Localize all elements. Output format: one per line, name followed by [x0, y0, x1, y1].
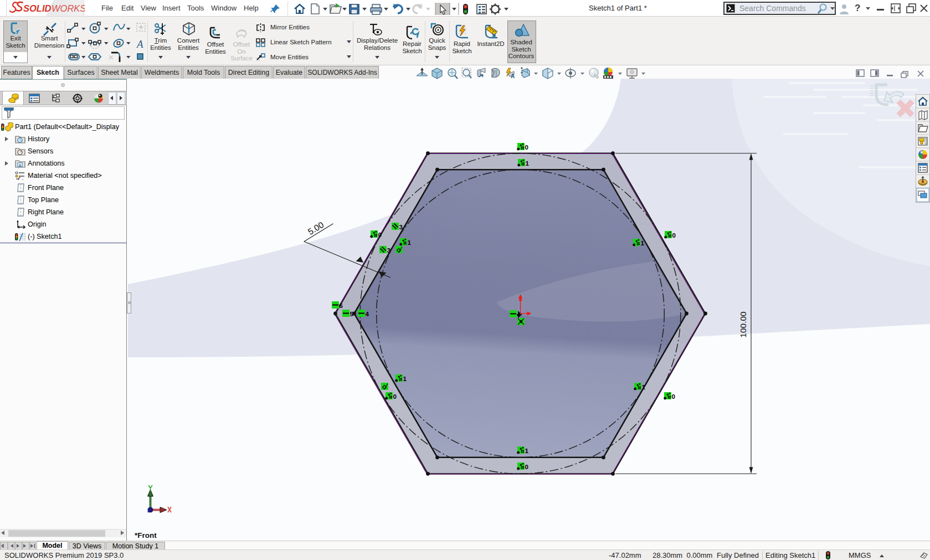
svg-text:0: 0 — [525, 464, 528, 470]
svg-text:A: A — [511, 73, 515, 79]
svg-text:4: 4 — [517, 311, 521, 318]
svg-text:0: 0 — [378, 232, 382, 238]
svg-text:1: 1 — [526, 160, 530, 167]
svg-text:1: 1 — [641, 240, 645, 246]
svg-text:1: 1 — [408, 239, 412, 246]
svg-text:0: 0 — [525, 144, 528, 151]
svg-text:1: 1 — [403, 376, 407, 382]
svg-text:1: 1 — [525, 448, 529, 454]
svg-text:WORKS: WORKS — [52, 3, 85, 13]
svg-text:5: 5 — [350, 311, 354, 317]
svg-text:SOLID: SOLID — [23, 3, 52, 13]
svg-text:0: 0 — [393, 393, 397, 400]
svg-text:3: 3 — [399, 224, 403, 230]
svg-text:4: 4 — [366, 311, 369, 317]
svg-text:0: 0 — [672, 232, 676, 239]
svg-text:6: 6 — [340, 302, 343, 309]
svg-text:0: 0 — [672, 393, 675, 400]
svg-text:A: A — [19, 163, 22, 167]
svg-text:A: A — [136, 38, 143, 50]
svg-text:1: 1 — [642, 384, 646, 391]
svg-text:3: 3 — [387, 247, 391, 254]
